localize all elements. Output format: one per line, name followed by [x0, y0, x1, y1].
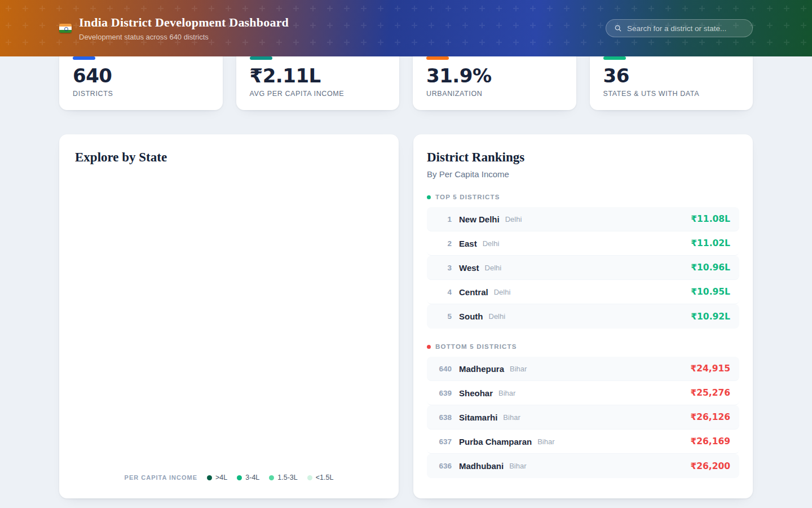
district-name: Sitamarhi: [459, 413, 497, 422]
state-name: Delhi: [505, 215, 522, 224]
district-name: Madhubani: [459, 461, 504, 471]
income-legend: PER CAPITA INCOME >4L 3-4L 1.5-3L <1.5L: [75, 474, 383, 483]
income-value: ₹10.92L: [691, 312, 730, 322]
top-5-header: TOP 5 DISTRICTS: [427, 194, 739, 200]
top-5-list: 1 New Delhi Delhi ₹11.08L 2 East Delhi ₹…: [427, 207, 739, 329]
bottom-5-header: BOTTOM 5 DISTRICTS: [427, 343, 739, 350]
green-dot-icon: [427, 195, 431, 199]
ranking-row[interactable]: 639 Sheohar Bihar ₹25,276: [427, 381, 739, 405]
ranking-row[interactable]: 636 Madhubani Bihar ₹26,200: [427, 454, 739, 478]
legend-dot-icon: [237, 475, 242, 480]
stat-label: DISTRICTS: [73, 90, 209, 98]
ranking-row[interactable]: 2 East Delhi ₹11.02L: [427, 231, 739, 256]
rank-number: 637: [436, 437, 452, 446]
stat-accent-bar: [426, 56, 449, 60]
ranking-row[interactable]: 638 Sitamarhi Bihar ₹26,126: [427, 405, 739, 430]
india-map-area[interactable]: [75, 165, 383, 474]
state-name: Delhi: [485, 264, 502, 272]
district-name: Sheohar: [459, 388, 493, 398]
page-subtitle: Development status across 640 districts: [79, 33, 289, 41]
district-name: East: [459, 239, 477, 248]
ranking-row[interactable]: 3 West Delhi ₹10.96L: [427, 256, 739, 280]
ranking-row[interactable]: 1 New Delhi Delhi ₹11.08L: [427, 207, 739, 231]
stat-value: ₹2.11L: [250, 64, 386, 87]
search-input[interactable]: [627, 24, 744, 33]
state-name: Delhi: [483, 239, 500, 248]
map-panel-title: Explore by State: [75, 150, 383, 165]
ranking-row[interactable]: 4 Central Delhi ₹10.95L: [427, 280, 739, 304]
stat-accent-bar: [73, 56, 95, 60]
district-name: New Delhi: [459, 214, 500, 224]
search-box[interactable]: [606, 19, 753, 37]
rank-number: 636: [436, 462, 452, 470]
income-value: ₹26,169: [690, 436, 730, 446]
district-name: West: [459, 263, 479, 273]
legend-items: >4L 3-4L 1.5-3L <1.5L: [207, 474, 333, 481]
state-name: Delhi: [489, 312, 506, 321]
rankings-title: District Rankings: [427, 150, 739, 165]
legend-item-label: >4L: [215, 474, 227, 481]
income-value: ₹24,915: [690, 364, 730, 374]
top-5-section: TOP 5 DISTRICTS 1 New Delhi Delhi ₹11.08…: [427, 194, 739, 329]
stat-value: 31.9%: [426, 64, 563, 87]
main-content: 640 DISTRICTS ₹2.11L AVG PER CAPITA INCO…: [59, 43, 753, 498]
stat-value: 640: [73, 64, 209, 87]
legend-dot-icon: [269, 475, 274, 480]
income-value: ₹26,200: [690, 461, 730, 471]
state-name: Bihar: [503, 413, 520, 422]
income-value: ₹26,126: [690, 412, 730, 422]
legend-title: PER CAPITA INCOME: [125, 474, 197, 481]
panels-row: Explore by State PER CAPITA INCOME >4L 3…: [59, 134, 753, 498]
district-rankings-panel: District Rankings By Per Capita Income T…: [413, 134, 753, 498]
app-header: India District Development Dashboard Dev…: [0, 0, 812, 56]
district-name: Madhepura: [459, 364, 504, 374]
ranking-row[interactable]: 640 Madhepura Bihar ₹24,915: [427, 357, 739, 381]
bottom-5-list: 640 Madhepura Bihar ₹24,915 639 Sheohar …: [427, 357, 739, 478]
legend-item: 1.5-3L: [269, 474, 297, 481]
income-value: ₹10.96L: [691, 262, 730, 273]
state-name: Bihar: [510, 365, 527, 373]
district-name: Purba Champaran: [459, 437, 532, 446]
search-icon: [614, 24, 622, 32]
bottom-5-label: BOTTOM 5 DISTRICTS: [435, 343, 517, 350]
india-flag-icon: [59, 24, 72, 33]
stat-label: URBANIZATION: [426, 90, 563, 98]
page-title: India District Development Dashboard: [79, 15, 289, 30]
legend-dot-icon: [207, 475, 212, 480]
legend-dot-icon: [307, 475, 312, 480]
rank-number: 638: [436, 413, 452, 422]
rankings-subtitle: By Per Capita Income: [427, 169, 739, 179]
district-name: Central: [459, 287, 488, 297]
stat-value: 36: [603, 64, 740, 87]
legend-item-label: 3-4L: [245, 474, 259, 481]
income-value: ₹25,276: [690, 388, 730, 398]
legend-item-label: 1.5-3L: [277, 474, 297, 481]
stat-label: STATES & UTS WITH DATA: [603, 90, 740, 98]
ranking-row[interactable]: 637 Purba Champaran Bihar ₹26,169: [427, 430, 739, 454]
rank-number: 5: [436, 312, 452, 321]
state-name: Bihar: [537, 437, 554, 446]
rank-number: 639: [436, 389, 452, 397]
rank-number: 640: [436, 365, 452, 373]
state-name: Bihar: [509, 462, 526, 470]
rank-number: 4: [436, 288, 452, 296]
rank-number: 3: [436, 264, 452, 272]
state-name: Delhi: [494, 288, 511, 296]
stat-accent-bar: [603, 56, 626, 60]
rank-number: 2: [436, 239, 452, 248]
state-name: Bihar: [498, 389, 515, 397]
stat-label: AVG PER CAPITA INCOME: [250, 90, 386, 98]
bottom-5-section: BOTTOM 5 DISTRICTS 640 Madhepura Bihar ₹…: [427, 343, 739, 478]
income-value: ₹11.02L: [691, 238, 730, 248]
red-dot-icon: [427, 345, 431, 349]
explore-by-state-panel: Explore by State PER CAPITA INCOME >4L 3…: [59, 134, 399, 498]
legend-item: >4L: [207, 474, 227, 481]
legend-item-label: <1.5L: [316, 474, 334, 481]
top-5-label: TOP 5 DISTRICTS: [435, 194, 500, 200]
income-value: ₹11.08L: [691, 214, 730, 224]
ranking-row[interactable]: 5 South Delhi ₹10.92L: [427, 304, 739, 329]
income-value: ₹10.95L: [691, 287, 730, 297]
legend-item: <1.5L: [307, 474, 334, 481]
district-name: South: [459, 312, 483, 321]
legend-item: 3-4L: [237, 474, 259, 481]
